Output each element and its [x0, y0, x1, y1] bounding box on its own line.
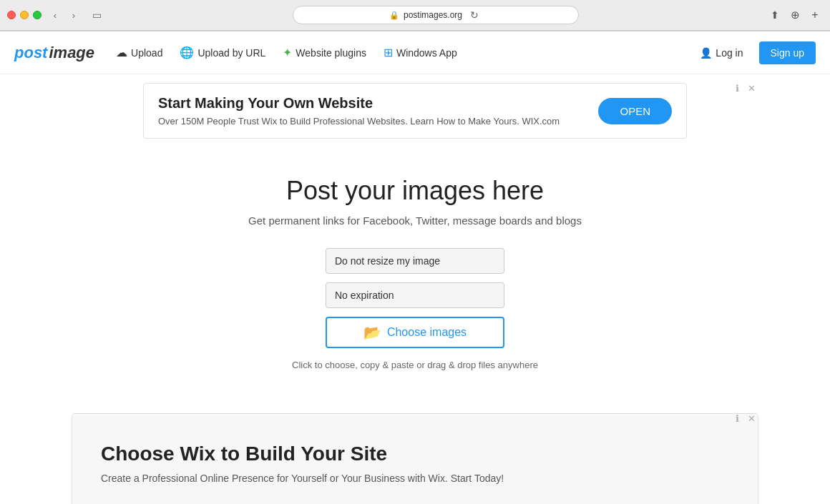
folder-icon: 📂: [363, 324, 381, 341]
ad-top-wrapper: ℹ ✕ Start Making Your Own Website Over 1…: [72, 83, 758, 139]
ad-bottom-subtitle: Create a Professional Online Presence fo…: [101, 473, 729, 484]
url-text: postimages.org: [404, 10, 462, 20]
expiry-select[interactable]: No expiration1 day1 week1 month1 year: [326, 282, 504, 308]
login-icon: 👤: [700, 47, 712, 59]
share-button[interactable]: ⬆: [767, 7, 783, 23]
nav-website-plugins[interactable]: ✦ Website plugins: [275, 41, 374, 64]
ad-top-title: Start Making Your Own Website: [158, 95, 598, 112]
ad-bottom-controls: ℹ ✕: [733, 412, 758, 425]
ad-top-info-button[interactable]: ℹ: [733, 81, 742, 95]
drag-hint: Click to choose, copy & paste or drag & …: [292, 360, 538, 370]
globe-icon: 🌐: [180, 46, 194, 59]
plugin-icon: ✦: [283, 46, 292, 59]
login-button[interactable]: 👤 Log in: [691, 43, 751, 63]
close-button[interactable]: [7, 11, 16, 19]
ad-top-content: Start Making Your Own Website Over 150M …: [158, 95, 598, 127]
back-button[interactable]: ‹: [47, 7, 63, 23]
logo-image: image: [49, 44, 94, 62]
ad-top-subtitle: Over 150M People Trust Wix to Build Prof…: [158, 116, 598, 127]
nav-upload-url-label: Upload by URL: [197, 47, 265, 59]
sidebar-toggle-button[interactable]: ▭: [89, 7, 104, 23]
windows-icon: ⊞: [384, 46, 393, 59]
ad-bottom-title: Choose Wix to Build Your Site: [101, 443, 729, 465]
hero-section: Post your images here Get permanent link…: [0, 147, 830, 399]
url-input[interactable]: 🔒 postimages.org ↻: [293, 6, 579, 24]
nav-upload-label: Upload: [131, 47, 162, 59]
upload-icon: ☁: [116, 46, 127, 59]
page-content: postimage ☁ Upload 🌐 Upload by URL ✦ Web…: [0, 31, 830, 504]
browser-chrome: ‹ › ▭ 🔒 postimages.org ↻ ⬆ ⊕ +: [0, 0, 830, 31]
forward-button[interactable]: ›: [66, 7, 82, 23]
bookmark-button[interactable]: ⊕: [787, 7, 803, 23]
upload-controls: Do not resize my image320x240640x480800x…: [14, 248, 816, 370]
hero-title: Post your images here: [14, 176, 816, 206]
maximize-button[interactable]: [33, 11, 42, 19]
resize-select-wrapper: Do not resize my image320x240640x480800x…: [326, 248, 504, 274]
ad-top-controls: ℹ ✕: [733, 81, 758, 95]
nav-windows-app[interactable]: ⊞ Windows App: [376, 41, 464, 64]
ad-bottom-wrapper: ℹ ✕ Choose Wix to Build Your Site Create…: [72, 413, 758, 504]
traffic-lights: [7, 11, 42, 19]
nav-plugins-label: Website plugins: [296, 47, 366, 59]
nav-links: ☁ Upload 🌐 Upload by URL ✦ Website plugi…: [109, 41, 691, 64]
nav-windows-label: Windows App: [396, 47, 457, 59]
nav-actions: 👤 Log in Sign up: [691, 41, 816, 64]
logo-post: post: [14, 44, 47, 62]
nav-buttons: ‹ ›: [47, 7, 82, 23]
browser-titlebar: ‹ › ▭ 🔒 postimages.org ↻ ⬆ ⊕ +: [0, 0, 830, 31]
nav-upload[interactable]: ☁ Upload: [109, 41, 170, 64]
new-tab-button[interactable]: +: [807, 7, 823, 23]
minimize-button[interactable]: [20, 11, 29, 19]
login-label: Log in: [716, 47, 743, 59]
signup-button[interactable]: Sign up: [759, 41, 816, 64]
resize-select[interactable]: Do not resize my image320x240640x480800x…: [326, 248, 504, 274]
ad-top-close-button[interactable]: ✕: [745, 81, 758, 95]
nav-upload-url[interactable]: 🌐 Upload by URL: [172, 41, 273, 64]
ad-bottom-close-button[interactable]: ✕: [745, 412, 758, 425]
navbar: postimage ☁ Upload 🌐 Upload by URL ✦ Web…: [0, 31, 830, 74]
address-bar: 🔒 postimages.org ↻: [110, 6, 761, 24]
lock-icon: 🔒: [389, 11, 399, 20]
ad-bottom-banner: Choose Wix to Build Your Site Create a P…: [72, 413, 758, 504]
choose-images-label: Choose images: [387, 326, 467, 339]
expiry-select-wrapper: No expiration1 day1 week1 month1 year: [326, 282, 504, 308]
reload-button[interactable]: ↻: [467, 7, 482, 23]
ad-bottom-content: Choose Wix to Build Your Site Create a P…: [72, 414, 758, 504]
ad-bottom-info-button[interactable]: ℹ: [733, 412, 742, 425]
hero-subtitle: Get permanent links for Facebook, Twitte…: [14, 214, 816, 227]
choose-images-button[interactable]: 📂 Choose images: [326, 317, 504, 348]
browser-actions: ⬆ ⊕ +: [767, 7, 823, 23]
ad-top-banner: Start Making Your Own Website Over 150M …: [143, 83, 687, 139]
ad-top-open-button[interactable]: OPEN: [598, 98, 672, 124]
logo-link[interactable]: postimage: [14, 44, 94, 62]
